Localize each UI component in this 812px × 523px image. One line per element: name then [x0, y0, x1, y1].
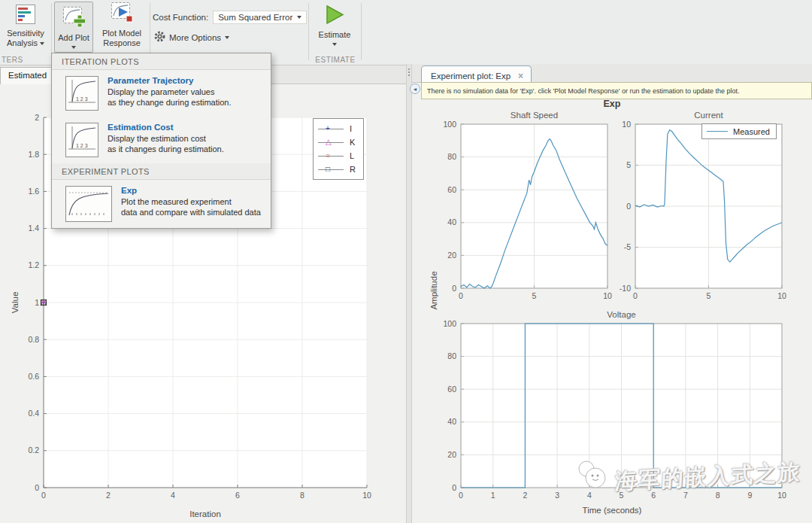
ribbon-separator: [150, 3, 150, 60]
dropdown-caret-icon: [225, 36, 229, 39]
svg-text:0: 0: [459, 291, 463, 300]
svg-text:1 2 3: 1 2 3: [76, 96, 88, 102]
ribbon-separator: [361, 3, 362, 60]
svg-text:0: 0: [35, 483, 39, 492]
add-plot-icon: [62, 6, 85, 31]
legend-entry-L: ○L: [318, 149, 359, 163]
legend-entry-I: +I: [318, 122, 359, 135]
shaft-speed-axes[interactable]: 0510020406080100: [435, 113, 623, 301]
svg-text:0: 0: [633, 291, 638, 300]
left-xlabel: Iteration: [44, 509, 367, 518]
svg-text:1.4: 1.4: [28, 223, 39, 233]
svg-text:8: 8: [300, 491, 304, 500]
plot-model-response-button[interactable]: Plot Model Response: [96, 2, 147, 48]
iteration-plot-legend[interactable]: +I △K ○L □R: [313, 118, 364, 180]
svg-text:0.4: 0.4: [28, 409, 39, 418]
current-plot-legend[interactable]: Measured: [701, 123, 777, 139]
svg-text:1.2: 1.2: [28, 260, 39, 269]
svg-text:3: 3: [555, 491, 559, 500]
svg-text:0.2: 0.2: [28, 445, 39, 455]
current-axes[interactable]: 0510-10-50510: [607, 113, 795, 301]
plot-model-response-label-1: Plot Model: [102, 29, 141, 38]
svg-text:2: 2: [35, 113, 39, 122]
legend-entry-measured: Measured: [733, 127, 770, 136]
svg-text:10: 10: [622, 120, 631, 129]
gear-icon: [154, 31, 165, 44]
dropdown-caret-icon: [71, 46, 76, 49]
svg-text:10: 10: [777, 291, 786, 300]
amplitude-ylabel: Amplitude: [429, 253, 438, 328]
svg-text:0: 0: [626, 202, 631, 211]
experiment-figure-title: Exp: [435, 99, 789, 109]
svg-text:1: 1: [491, 491, 495, 500]
svg-text:20: 20: [447, 450, 456, 459]
panel-splitter[interactable]: [406, 64, 412, 523]
svg-text:7: 7: [683, 491, 688, 500]
svg-text:4: 4: [171, 491, 175, 500]
splitter-handle-icon: [408, 67, 411, 78]
svg-text:5: 5: [532, 291, 537, 300]
svg-text:1 2 3: 1 2 3: [76, 143, 88, 148]
menu-item-title: Parameter Trajectory: [108, 76, 232, 85]
ribbon-separator: [51, 3, 52, 60]
estimate-label: Estimate: [319, 30, 351, 40]
svg-text:60: 60: [447, 185, 456, 194]
left-ylabel: Value: [11, 265, 20, 340]
menu-item-estimation-cost[interactable]: 1 2 3 Estimation Cost Display the estima…: [52, 117, 271, 163]
add-plot-button[interactable]: Add Plot: [54, 2, 93, 53]
no-simulation-data-infobar: There is no simulation data for 'Exp'. c…: [421, 82, 812, 99]
sensitivity-analysis-button[interactable]: Sensitivity Analysis: [2, 5, 50, 48]
menu-item-exp[interactable]: Exp Plot the measured experimentdata and…: [52, 180, 271, 228]
tab-estimated[interactable]: Estimated: [0, 67, 56, 84]
more-options-label: More Options: [169, 33, 221, 42]
svg-text:6: 6: [235, 491, 240, 500]
svg-text:0.8: 0.8: [28, 335, 39, 344]
svg-text:4: 4: [587, 491, 592, 500]
svg-text:1: 1: [35, 298, 39, 307]
cost-function-label: Cost Function:: [153, 13, 208, 22]
svg-text:0: 0: [41, 491, 46, 500]
menu-section-iteration-plots: ITERATION PLOTS: [52, 53, 271, 70]
group-label-parameters: TERS: [2, 56, 23, 64]
svg-text:60: 60: [447, 385, 456, 394]
parameter-trajectory-icon: 1 2 3: [65, 76, 98, 111]
more-options-button[interactable]: More Options: [154, 31, 229, 44]
menu-item-desc: Display the estimation costas it changes…: [108, 133, 224, 154]
estimation-cost-icon: 1 2 3: [65, 123, 98, 157]
menu-item-desc: Display the parameter valuesas they chan…: [108, 87, 232, 108]
svg-text:8: 8: [716, 491, 720, 500]
cost-function-select[interactable]: Sum Squared Error: [213, 11, 307, 24]
voltage-axes[interactable]: 012345678910020406080100: [435, 312, 789, 500]
time-xlabel: Time (seconds): [435, 506, 789, 515]
legend-entry-K: △K: [318, 135, 359, 149]
dropdown-caret-icon: [332, 43, 337, 46]
svg-text:0: 0: [452, 483, 456, 492]
group-label-estimate: ESTIMATE: [312, 56, 359, 64]
svg-text:2: 2: [523, 491, 527, 500]
exp-plot-icon: [65, 186, 112, 222]
svg-text:20: 20: [447, 251, 456, 260]
svg-text:9: 9: [747, 491, 752, 500]
parameter-estimation-window: Sensitivity Analysis TERS Add Plot Plot …: [0, 0, 812, 523]
svg-text:10: 10: [777, 491, 786, 500]
tab-experiment-plot-exp[interactable]: Experiment plot: Exp ×: [421, 65, 532, 83]
svg-text:0.6: 0.6: [28, 372, 39, 381]
dropdown-caret-icon: [297, 16, 301, 19]
add-plot-label: Add Plot: [58, 33, 89, 43]
menu-item-parameter-trajectory[interactable]: 1 2 3 Parameter Trajectory Display the p…: [52, 70, 271, 117]
svg-text:-5: -5: [624, 242, 631, 251]
svg-text:0: 0: [459, 491, 463, 500]
dropdown-caret-icon: [40, 42, 44, 45]
estimate-button[interactable]: Estimate: [311, 5, 358, 46]
plot-model-response-icon: [111, 2, 133, 26]
sensitivity-analysis-label-2: Analysis: [7, 38, 44, 48]
close-icon[interactable]: ×: [518, 71, 523, 81]
collapse-arrow-icon[interactable]: ◄: [410, 84, 420, 94]
svg-text:10: 10: [362, 491, 371, 500]
svg-text:5: 5: [626, 160, 631, 169]
menu-section-experiment-plots: EXPERIMENT PLOTS: [52, 163, 271, 180]
right-tab-bar: Experiment plot: Exp ×: [412, 64, 812, 83]
sensitivity-analysis-label-1: Sensitivity: [7, 29, 44, 38]
svg-text:2: 2: [106, 491, 111, 500]
add-plot-menu: ITERATION PLOTS 1 2 3 Parameter Trajecto…: [51, 53, 271, 229]
